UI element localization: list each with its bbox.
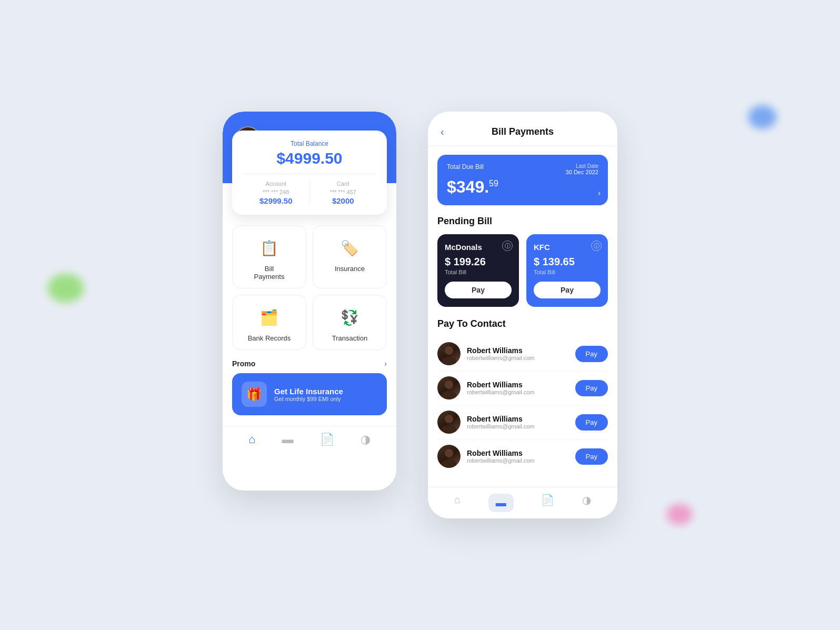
menu-label-insurance: Insurance [335,265,365,273]
contact-email-1: robertwilliams@gmail.com [467,355,569,361]
contact-avatar-2 [437,376,461,399]
phone2-header: ‹ Bill Payments [428,112,617,146]
kfc-info-button[interactable]: ⓘ [591,241,602,251]
page-title: Bill Payments [492,126,554,137]
contact-name-1: Robert Williams [467,346,569,355]
phone1-nav: ⌂ ▬ 📄 ◑ [223,426,396,453]
nav-chart-icon[interactable]: ◑ [361,433,371,446]
insurance-icon: 🏷️ [338,236,362,259]
account-dots: *** *** 248 [243,189,309,195]
promo-banner[interactable]: 🎁 Get Life Insurance Get monthly $99 EMI… [232,373,387,415]
menu-label-bank-records: Bank Records [248,334,291,342]
nav2-document-icon[interactable]: 📄 [541,494,554,512]
pay-to-contact-title: Pay To Contact [437,318,608,329]
menu-label-bill-payments: BillPayments [254,265,285,281]
phone-1: Robert Williams robertwilliams@gmail.com… [223,112,396,491]
contact-row-2: Robert Williams robertwilliams@gmail.com… [437,371,608,405]
promo-title: Promo [232,359,255,368]
account-label: Account [243,181,309,187]
menu-item-bill-payments[interactable]: 📋 BillPayments [232,225,306,288]
promo-main-text: Get Life Insurance [274,387,343,396]
card-amount: $2000 [310,196,377,205]
menu-item-insurance[interactable]: 🏷️ Insurance [313,225,387,288]
decorative-blob-green [47,274,84,303]
balance-label: Total Balance [243,140,376,147]
bill-payments-icon: 📋 [258,236,281,259]
pay-to-contact-section: Pay To Contact Robert Williams robertwil… [437,318,608,473]
card-dots: *** *** 457 [310,189,377,195]
account-amount: $2999.50 [243,196,309,205]
promo-header: Promo › [232,359,387,368]
kfc-amount: $ 139.65 [534,256,601,268]
kfc-pay-button[interactable]: Pay [534,282,601,298]
menu-item-bank-records[interactable]: 🗂️ Bank Records [232,295,306,350]
promo-arrow-icon[interactable]: › [384,359,387,368]
mcdonals-pay-button[interactable]: Pay [445,282,512,298]
due-bill-label: Total Due Bill [447,163,484,171]
promo-icon: 🎁 [242,382,267,407]
nav2-chart-icon[interactable]: ◑ [582,494,591,512]
promo-section: Promo › 🎁 Get Life Insurance Get monthly… [232,359,387,415]
due-bill-date: 30 Dec 2022 [566,169,598,175]
pending-bill-title: Pending Bill [437,216,608,227]
contact-info-3: Robert Williams robertwilliams@gmail.com [467,415,569,429]
phone1-body: 📋 BillPayments 🏷️ Insurance 🗂️ Bank Reco… [223,183,396,426]
bill-card-mcdonals: ⓘ McDonals $ 199.26 Total Bill Pay [437,234,519,307]
contact-pay-button-1[interactable]: Pay [575,346,608,362]
nav-document-icon[interactable]: 📄 [320,433,334,446]
due-bill-chevron-icon: › [598,188,601,198]
contact-name-2: Robert Williams [467,381,569,389]
menu-item-transaction[interactable]: 💱 Transaction [313,295,387,350]
promo-text: Get Life Insurance Get monthly $99 EMI o… [274,387,343,402]
contact-pay-button-3[interactable]: Pay [575,414,608,431]
phones-container: Robert Williams robertwilliams@gmail.com… [223,112,617,518]
kfc-total-label: Total Bill [534,269,601,275]
contact-info-1: Robert Williams robertwilliams@gmail.com [467,346,569,361]
contact-info-2: Robert Williams robertwilliams@gmail.com [467,381,569,395]
decorative-blob-blue [748,105,777,129]
balance-amount: $4999.50 [243,149,376,167]
menu-label-transaction: Transaction [332,334,367,342]
bank-records-icon: 🗂️ [258,306,281,329]
menu-grid: 📋 BillPayments 🏷️ Insurance 🗂️ Bank Reco… [232,225,387,350]
mcdonals-merchant: McDonals [445,243,512,252]
contact-avatar-1 [437,342,461,365]
contact-avatar-3 [437,411,461,434]
contact-email-3: robertwilliams@gmail.com [467,423,569,429]
contact-info-4: Robert Williams robertwilliams@gmail.com [467,449,569,464]
contact-avatar-4 [437,445,461,468]
mcdonals-amount: $ 199.26 [445,256,512,268]
mcdonals-total-label: Total Bill [445,269,512,275]
due-bill-amount: $349.59 [447,177,598,197]
kfc-merchant: KFC [534,243,601,252]
back-button[interactable]: ‹ [441,126,444,138]
due-bill-card[interactable]: Total Due Bill Last Date 30 Dec 2022 $34… [437,155,608,205]
phone-2: ‹ Bill Payments Total Due Bill Last Date… [428,112,617,518]
transaction-icon: 💱 [338,306,362,329]
due-bill-date-label: Last Date [566,163,598,169]
contact-pay-button-2[interactable]: Pay [575,380,608,396]
phone2-body: Total Due Bill Last Date 30 Dec 2022 $34… [428,146,617,487]
contact-email-2: robertwilliams@gmail.com [467,389,569,395]
contact-row-1: Robert Williams robertwilliams@gmail.com… [437,337,608,371]
nav-home-icon[interactable]: ⌂ [248,433,255,446]
bill-card-kfc: ⓘ KFC $ 139.65 Total Bill Pay [526,234,608,307]
pending-bills-row: ⓘ McDonals $ 199.26 Total Bill Pay ⓘ KFC… [437,234,608,307]
promo-sub-text: Get monthly $99 EMI only [274,396,343,402]
phone2-nav: ⌂ ▬ 📄 ◑ [428,487,617,518]
phone1-header: Robert Williams robertwilliams@gmail.com… [223,112,396,183]
contact-email-4: robertwilliams@gmail.com [467,457,569,464]
contact-row-3: Robert Williams robertwilliams@gmail.com… [437,405,608,439]
nav2-card-icon[interactable]: ▬ [488,494,514,512]
balance-card: Total Balance $4999.50 Account *** *** 2… [232,131,387,215]
nav2-home-icon[interactable]: ⌂ [454,494,461,512]
contact-pay-button-4[interactable]: Pay [575,448,608,465]
nav-card-icon[interactable]: ▬ [282,433,294,446]
contact-name-4: Robert Williams [467,449,569,457]
contact-name-3: Robert Williams [467,415,569,423]
contact-row-4: Robert Williams robertwilliams@gmail.com… [437,439,608,473]
decorative-blob-pink [666,504,693,525]
mcdonals-info-button[interactable]: ⓘ [502,241,513,251]
card-label: Card [310,181,377,187]
